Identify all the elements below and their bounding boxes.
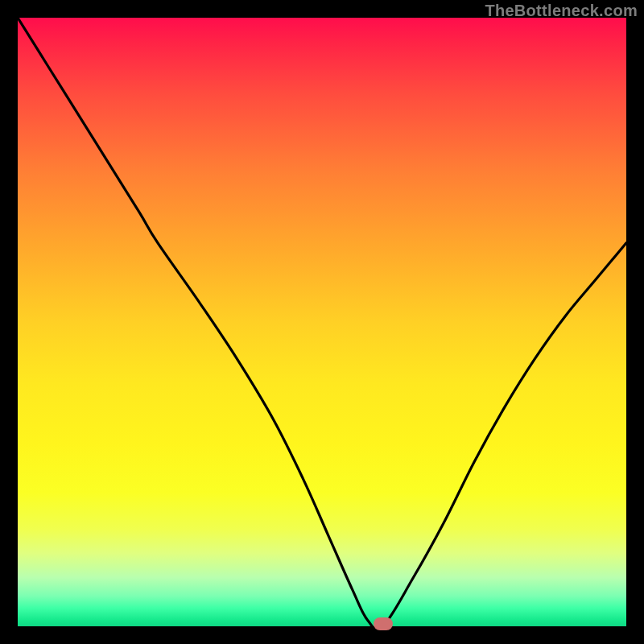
watermark-text: TheBottleneck.com <box>485 2 638 20</box>
curve-svg <box>18 18 626 626</box>
bottleneck-marker <box>374 617 393 630</box>
bottleneck-curve <box>18 18 626 626</box>
plot-area <box>18 18 626 626</box>
chart-container: TheBottleneck.com <box>0 0 644 644</box>
